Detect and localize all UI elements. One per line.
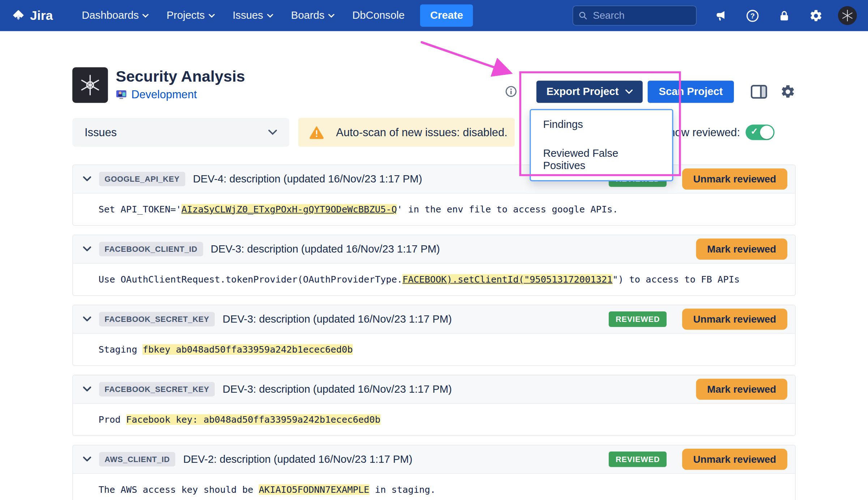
snippet-text: Set API_TOKEN='	[98, 204, 181, 215]
menu-item-findings[interactable]: Findings	[531, 110, 672, 139]
header-actions: Export Project Scan Project	[505, 80, 796, 103]
detail-view-icon[interactable]	[751, 84, 767, 99]
finding-type-badge: FACEBOOK_SECRET_KEY	[99, 382, 215, 396]
svg-text:?: ?	[750, 12, 754, 20]
nav-right-group: ?	[573, 5, 857, 25]
finding-card-header: FACEBOOK_SECRET_KEYDEV-3: description (u…	[73, 375, 795, 404]
nav-item-issues[interactable]: Issues	[224, 0, 282, 31]
chevron-down-icon[interactable]	[83, 387, 91, 392]
reviewed-badge: REVIEWED	[609, 452, 666, 467]
create-button[interactable]: Create	[420, 4, 473, 27]
jira-logo[interactable]: Jira	[11, 8, 53, 23]
nav-item-dashboards[interactable]: Dashboards	[73, 0, 158, 31]
finding-card-header: FACEBOOK_CLIENT_IDDEV-3: description (up…	[73, 235, 795, 263]
issues-filter-select[interactable]: Issues	[72, 118, 289, 147]
snippet-text: Use OAuthClientRequest.tokenProvider(OAu…	[98, 274, 402, 285]
help-icon[interactable]: ?	[744, 8, 760, 23]
nav-item-dbconsole[interactable]: DbConsole	[343, 0, 414, 31]
chevron-down-icon	[268, 130, 277, 135]
finding-type-badge: GOOGLE_API_KEY	[99, 172, 185, 186]
unmark-reviewed-button[interactable]: Unmark reviewed	[682, 449, 787, 470]
secret-highlight: AKIAIO5FODNN7EXAMPLE	[259, 484, 369, 495]
finding-type-badge: FACEBOOK_CLIENT_ID	[99, 242, 203, 257]
snippet-text: Prod	[98, 414, 126, 425]
page-title: Security Analysis	[116, 68, 245, 85]
search-input[interactable]	[592, 9, 690, 22]
finding-title: DEV-3: description (updated 16/Nov/23 1:…	[223, 313, 452, 326]
user-avatar[interactable]	[838, 6, 857, 25]
finding-snippet: The AWS access key should be AKIAIO5FODN…	[73, 474, 795, 500]
finding-snippet: Use OAuthClientRequest.tokenProvider(OAu…	[73, 264, 795, 296]
finding-snippet: Set API_TOKEN='AIzaSyCLWjZ0_ETxgPOxH-gQY…	[73, 194, 795, 225]
project-link[interactable]: Development	[131, 89, 197, 101]
finding-card-header: AWS_CLIENT_IDDEV-2: description (updated…	[73, 445, 795, 474]
mark-reviewed-button[interactable]: Mark reviewed	[696, 238, 787, 259]
finding-card-header: FACEBOOK_SECRET_KEYDEV-3: description (u…	[73, 305, 795, 333]
finding-title: DEV-2: description (updated 16/Nov/23 1:…	[183, 453, 412, 465]
title-block: Security Analysis Development	[116, 68, 245, 101]
chevron-down-icon	[209, 14, 215, 18]
finding-type-badge: AWS_CLIENT_ID	[99, 452, 175, 466]
lock-icon[interactable]	[776, 8, 792, 23]
snippet-text: in staging.	[369, 484, 436, 495]
nav-item-projects[interactable]: Projects	[158, 0, 224, 31]
export-project-button[interactable]: Export Project	[536, 80, 643, 103]
finding-card: FACEBOOK_SECRET_KEYDEV-3: description (u…	[72, 375, 796, 436]
announcement-icon[interactable]	[713, 8, 728, 23]
secret-highlight: AIzaSyCLWjZ0_ETxgPOxH-gQYT9ODeWcBBZU5-Q	[181, 204, 397, 215]
search-icon	[579, 10, 587, 21]
finding-card: AWS_CLIENT_IDDEV-2: description (updated…	[72, 445, 796, 500]
finding-card-header: GOOGLE_API_KEYDEV-4: description (update…	[73, 165, 795, 193]
nav-item-boards[interactable]: Boards	[282, 0, 343, 31]
secret-highlight: FACEBOOK).setClientId("950513172001321	[402, 274, 612, 285]
filter-row: Issues Auto-scan of new issues: disabled…	[72, 118, 796, 147]
finding-card: FACEBOOK_CLIENT_IDDEV-3: description (up…	[72, 235, 796, 296]
finding-card: FACEBOOK_SECRET_KEYDEV-3: description (u…	[72, 305, 796, 366]
snippet-text: ") to access to FB APIs	[612, 274, 740, 285]
mark-reviewed-button[interactable]: Mark reviewed	[696, 379, 787, 400]
project-thumb-icon	[116, 89, 127, 100]
findings-list: GOOGLE_API_KEYDEV-4: description (update…	[72, 165, 796, 500]
chevron-down-icon[interactable]	[83, 176, 91, 182]
main-content: Security Analysis Development Export Pro…	[0, 67, 868, 500]
secret-highlight: fbkey ab048ad50ffa33959a242b1ecec6ed0b	[143, 344, 353, 355]
chevron-down-icon	[143, 14, 149, 18]
finding-snippet: Prod Facebook key: ab048ad50ffa33959a242…	[73, 404, 795, 435]
menu-item-reviewed-false-positives[interactable]: Reviewed False Positives	[531, 139, 672, 180]
info-icon[interactable]	[505, 85, 517, 98]
export-menu: Findings Reviewed False Positives	[530, 109, 673, 181]
page: Jira Dashboards Projects Issues Boards D…	[0, 0, 868, 500]
jira-logo-text: Jira	[30, 8, 53, 23]
reviewed-badge: REVIEWED	[609, 311, 666, 327]
chevron-down-icon	[625, 89, 633, 94]
chevron-down-icon[interactable]	[83, 316, 91, 322]
finding-type-badge: FACEBOOK_SECRET_KEY	[99, 312, 215, 326]
check-icon: ✓	[751, 126, 758, 137]
snippet-text: The AWS access key should be	[98, 484, 258, 495]
unmark-reviewed-button[interactable]: Unmark reviewed	[682, 309, 787, 329]
secret-highlight: Facebook key: ab048ad50ffa33959a242b1ece…	[126, 414, 380, 425]
autoscan-warning-banner: Auto-scan of new issues: disabled.	[298, 118, 515, 147]
chevron-down-icon[interactable]	[83, 457, 91, 462]
warning-text: Auto-scan of new issues: disabled.	[336, 126, 508, 139]
finding-title: DEV-3: description (updated 16/Nov/23 1:…	[223, 383, 452, 395]
search-box	[573, 5, 697, 25]
finding-title: DEV-4: description (updated 16/Nov/23 1:…	[193, 173, 422, 185]
chevron-down-icon	[328, 14, 334, 18]
scan-project-button[interactable]: Scan Project	[647, 80, 734, 103]
unmark-reviewed-button[interactable]: Unmark reviewed	[682, 168, 787, 189]
chevron-down-icon[interactable]	[83, 246, 91, 252]
warning-icon	[309, 126, 324, 139]
finding-snippet: Staging fbkey ab048ad50ffa33959a242b1ece…	[73, 333, 795, 365]
finding-title: DEV-3: description (updated 16/Nov/23 1:…	[211, 243, 440, 255]
top-nav: Jira Dashboards Projects Issues Boards D…	[0, 0, 868, 31]
settings-icon[interactable]	[808, 8, 824, 23]
gear-icon[interactable]	[780, 84, 796, 99]
show-reviewed-group: Show reviewed: ✓	[662, 125, 775, 140]
chevron-down-icon	[267, 14, 273, 18]
show-reviewed-toggle[interactable]: ✓	[745, 125, 774, 140]
snippet-text: Staging	[98, 344, 142, 355]
toggle-knob	[760, 126, 773, 139]
page-header: Security Analysis Development Export Pro…	[72, 67, 796, 103]
finding-card: GOOGLE_API_KEYDEV-4: description (update…	[72, 165, 796, 226]
